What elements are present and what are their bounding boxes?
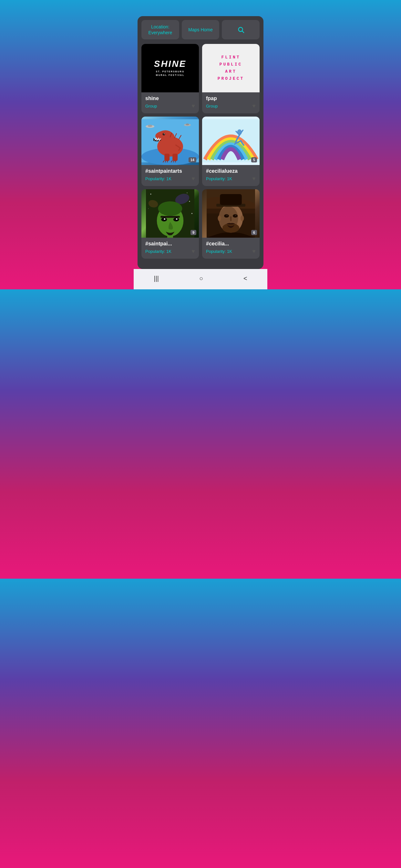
cecilialueza-card-image: 5 [202, 117, 259, 165]
card5-type: Popularity: 1K [145, 249, 172, 254]
top-bar: Location: Everywhere Maps Home [142, 20, 259, 39]
shine-subtitle-line1: ST. PETERSBURG [156, 70, 185, 73]
search-icon [237, 26, 244, 33]
svg-rect-12 [173, 154, 178, 161]
svg-point-46 [218, 215, 221, 221]
cecilialueza-card-type: Popularity: 1K [206, 176, 232, 181]
svg-rect-44 [230, 216, 232, 221]
svg-point-10 [164, 134, 165, 135]
svg-rect-15 [202, 120, 259, 163]
svg-point-5 [148, 125, 152, 127]
saintpaintarts-card-meta: Popularity: 1K ♥ [145, 175, 195, 182]
svg-point-17 [150, 194, 151, 195]
svg-point-19 [189, 201, 190, 202]
svg-point-41 [233, 214, 238, 218]
card5-meta: Popularity: 1K ♥ [145, 248, 195, 255]
cecilialueza-heart-icon[interactable]: ♥ [252, 175, 256, 182]
shine-card-image: SHINE ST. PETERSBURG MURAL FESTIVAL [142, 44, 199, 92]
fpap-card-meta: Group ♥ [206, 103, 256, 110]
fpap-heart-icon[interactable]: ♥ [252, 103, 256, 110]
cecilialueza-count-badge: 5 [251, 157, 257, 162]
shine-heart-icon[interactable]: ♥ [191, 103, 195, 110]
shine-logo-title: SHINE [154, 59, 187, 68]
location-label: Location: Everywhere [148, 24, 172, 35]
cecilialueza-card-info: #cecilialueza Popularity: 1K ♥ [202, 165, 259, 186]
card5-image: 9 [142, 189, 199, 238]
shine-card-name: shine [145, 96, 195, 101]
svg-rect-38 [220, 194, 242, 205]
location-button[interactable]: Location: Everywhere [142, 20, 179, 39]
svg-point-30 [164, 218, 166, 220]
nav-home-button[interactable]: ○ [193, 273, 210, 284]
cecilialueza-card-meta: Popularity: 1K ♥ [206, 175, 256, 182]
card6[interactable]: 6 #cecilia... Popularity: 1K ♥ [202, 189, 259, 259]
shine-card-type: Group [145, 104, 157, 108]
svg-point-31 [176, 218, 178, 220]
svg-point-20 [148, 209, 149, 209]
nav-back-icon: < [243, 275, 247, 282]
shine-subtitle-line2: MURAL FESTIVAL [156, 74, 184, 76]
fpap-card-name: fpap [206, 96, 256, 101]
card5-info: #saintpai... Popularity: 1K ♥ [142, 238, 199, 259]
svg-rect-11 [164, 154, 169, 161]
cecilialueza-card[interactable]: 5 #cecilialueza Popularity: 1K ♥ [202, 117, 259, 186]
saintpaintarts-card-image: 14 [142, 117, 199, 165]
card5-name: #saintpai... [145, 241, 195, 247]
svg-point-7 [186, 124, 189, 125]
svg-rect-27 [160, 216, 180, 218]
nav-back-button[interactable]: < [237, 273, 254, 284]
svg-point-42 [227, 215, 227, 216]
card6-info: #cecilia... Popularity: 1K ♥ [202, 238, 259, 259]
card6-image: 6 [202, 189, 259, 238]
card5-heart-icon[interactable]: ♥ [191, 248, 195, 255]
saintpaintarts-count-badge: 14 [189, 157, 196, 162]
fpap-card-info: fpap Group ♥ [202, 92, 259, 113]
shine-logo-subtitle: ST. PETERSBURG MURAL FESTIVAL [156, 70, 185, 77]
maps-home-button[interactable]: Maps Home [182, 20, 220, 39]
card6-heart-icon[interactable]: ♥ [252, 248, 256, 255]
shine-card[interactable]: SHINE ST. PETERSBURG MURAL FESTIVAL shin… [142, 44, 199, 113]
svg-point-40 [224, 214, 229, 218]
saintpaintarts-heart-icon[interactable]: ♥ [191, 175, 195, 182]
card6-name: #cecilia... [206, 241, 256, 247]
card6-type: Popularity: 1K [206, 249, 232, 254]
saintpaintarts-card-name: #saintpaintarts [145, 168, 195, 174]
svg-point-47 [241, 215, 244, 221]
fpap-logo-text: FLINTPUBLICARTPROJECT [218, 54, 244, 82]
bottom-nav: ||| ○ < [134, 269, 267, 289]
cards-grid: SHINE ST. PETERSBURG MURAL FESTIVAL shin… [142, 44, 259, 259]
card6-meta: Popularity: 1K ♥ [206, 248, 256, 255]
saintpaintarts-card[interactable]: 14 #saintpaintarts Popularity: 1K ♥ [142, 117, 199, 186]
shine-card-info: shine Group ♥ [142, 92, 199, 113]
nav-menu-button[interactable]: ||| [147, 273, 165, 284]
cecilialueza-card-name: #cecilialueza [206, 168, 256, 174]
svg-point-18 [187, 193, 187, 193]
svg-line-1 [242, 31, 244, 33]
fpap-card-image: FLINTPUBLICARTPROJECT [202, 44, 259, 92]
nav-home-icon: ○ [199, 275, 203, 282]
svg-point-43 [235, 215, 236, 216]
card5[interactable]: 9 #saintpai... Popularity: 1K ♥ [142, 189, 199, 259]
search-button[interactable] [222, 20, 259, 39]
svg-point-26 [158, 202, 182, 216]
svg-rect-32 [167, 236, 173, 238]
saintpaintarts-card-type: Popularity: 1K [145, 176, 172, 181]
card6-count-badge: 6 [251, 230, 257, 235]
maps-label: Maps Home [188, 27, 212, 32]
card5-count-badge: 9 [190, 230, 196, 235]
fpap-card-type: Group [206, 104, 218, 108]
nav-menu-icon: ||| [154, 275, 159, 282]
fpap-card[interactable]: FLINTPUBLICARTPROJECT fpap Group ♥ [202, 44, 259, 113]
shine-card-meta: Group ♥ [145, 103, 195, 110]
saintpaintarts-card-info: #saintpaintarts Popularity: 1K ♥ [142, 165, 199, 186]
svg-point-21 [191, 213, 192, 214]
